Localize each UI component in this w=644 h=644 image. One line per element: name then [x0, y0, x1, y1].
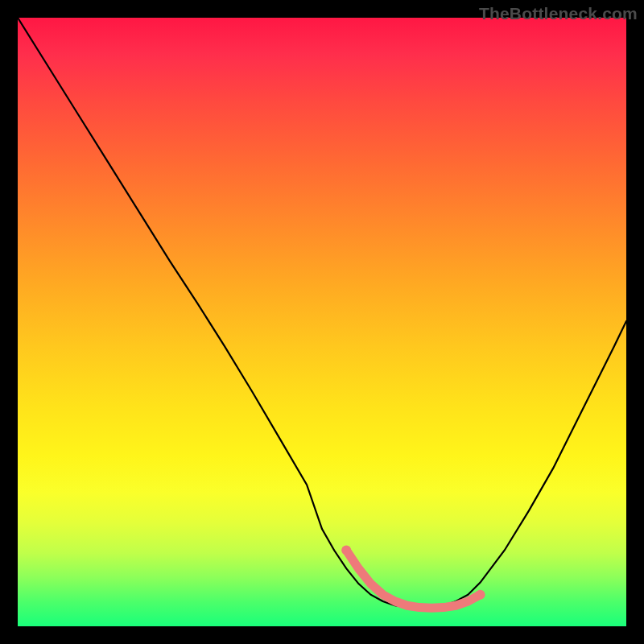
- plot-gradient-background: [18, 18, 626, 626]
- chart-frame: [18, 18, 626, 626]
- watermark-text: TheBottleneck.com: [479, 4, 638, 23]
